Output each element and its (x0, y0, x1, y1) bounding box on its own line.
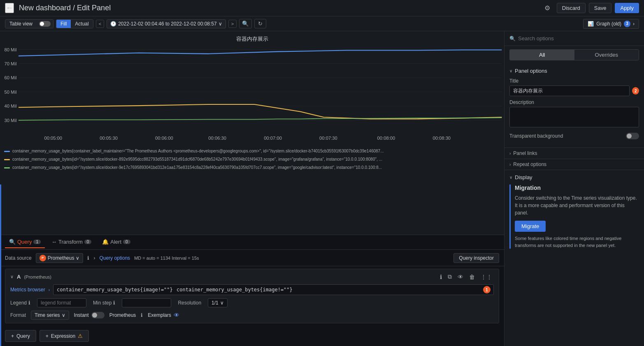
search-options-input[interactable] (518, 35, 639, 42)
query-copy-button[interactable]: ⧉ (446, 272, 453, 281)
graph-icon: 📊 (588, 21, 594, 27)
instant-toggle: Instant (74, 312, 105, 318)
add-expression-label: Expression (51, 333, 75, 339)
legend-text-1: container_memory_usage_bytes{container_l… (12, 148, 384, 155)
add-expression-button[interactable]: + Expression ⚠ (40, 330, 89, 342)
chevron-down-icon: ∨ (509, 69, 512, 73)
right-panel: 🔍 All Overrides ∨ Panel options Title 2 … (504, 31, 644, 346)
panel-options-section: ∨ Panel options Title 2 Description Tran… (505, 64, 644, 148)
alert-icon: 🔔 (102, 239, 109, 245)
datasource-info-icon[interactable]: ℹ (87, 255, 89, 261)
metrics-browser-link[interactable]: Metrics browser (10, 287, 45, 293)
svg-text:80 Mil: 80 Mil (5, 47, 17, 52)
time-prev-button[interactable]: < (96, 20, 104, 28)
table-view-button[interactable]: Table view (5, 20, 37, 28)
query-options-row: Legend ℹ Min step ℹ Resolution 1/1 ∨ (10, 298, 494, 307)
refresh-button[interactable]: ↻ (254, 19, 266, 28)
query-prom-source: (Prometheus) (24, 274, 51, 279)
tab-all[interactable]: All (510, 50, 574, 60)
chevron-down-icon: ∨ (220, 300, 224, 306)
chevron-right-icon: › (633, 21, 635, 27)
legend-color-1 (4, 151, 10, 152)
visualization-picker[interactable]: 📊 Graph (old) 3 › (583, 19, 639, 29)
query-builder-a: ∨ A (Prometheus) ℹ ⧉ 👁 🗑 ⋮⋮ Metrics brow… (5, 269, 499, 323)
repeat-options-row[interactable]: › Repeat options (505, 159, 644, 170)
svg-text:00:05:00: 00:05:00 (44, 136, 62, 141)
table-view-toggle[interactable]: Table view (5, 19, 53, 28)
query-actions: ℹ ⧉ 👁 🗑 ⋮⋮ (438, 272, 494, 281)
exemplars-eye-button[interactable]: 👁 (174, 312, 179, 318)
chevron-down-icon: ∨ (62, 312, 65, 318)
fill-actual-toggle[interactable]: Fill Actual (56, 19, 93, 28)
legend-label: Legend ℹ (10, 300, 30, 306)
panel-tab-switcher: All Overrides (509, 49, 639, 60)
transparent-bg-row: Transparent background (509, 133, 639, 139)
query-tabs: 🔍 Query 1 ↔ Transform 0 🔔 Alert 0 (0, 235, 504, 250)
fill-button[interactable]: Fill (56, 20, 71, 28)
format-select[interactable]: Time series ∨ (31, 311, 69, 320)
query-badge: 1 (33, 240, 41, 244)
datasource-name: Prometheus (48, 255, 74, 261)
tab-overrides[interactable]: Overrides (574, 50, 639, 60)
tab-alert-label: Alert (110, 239, 121, 245)
prometheus-info-icon[interactable]: ℹ (141, 312, 143, 318)
datasource-select[interactable]: P Prometheus ∨ (36, 253, 84, 263)
query-delete-button[interactable]: 🗑 (467, 272, 477, 281)
graph-type-label: Graph (old) (596, 21, 621, 27)
transparent-bg-toggle[interactable] (626, 133, 639, 139)
tab-transform[interactable]: ↔ Transform 0 (47, 236, 95, 248)
plus-icon: + (11, 333, 14, 339)
repeat-options-label: Repeat options (513, 161, 546, 167)
query-toggle-button[interactable]: 👁 (456, 272, 465, 281)
query-input[interactable] (53, 284, 494, 295)
legend-input[interactable] (37, 298, 86, 307)
migrate-button[interactable]: Migrate (515, 221, 546, 232)
instant-switch[interactable] (91, 312, 105, 318)
chevron-right-icon-2: › (509, 162, 511, 167)
apply-button[interactable]: Apply (615, 3, 639, 13)
chart-title: 容器内存展示 (0, 35, 504, 43)
back-button[interactable]: ← (5, 3, 14, 13)
tab-alert[interactable]: 🔔 Alert 0 (98, 236, 134, 248)
datasource-row: Data source P Prometheus ∨ ℹ › Query opt… (0, 250, 504, 266)
resolution-label: Resolution (178, 300, 201, 306)
time-next-button[interactable]: > (228, 20, 237, 28)
actual-button[interactable]: Actual (71, 20, 93, 28)
query-more-button[interactable]: ⋮⋮ (479, 272, 494, 281)
svg-text:40 Mil: 40 Mil (5, 104, 17, 109)
time-range-picker[interactable]: 🕐 2022-12-02 00:04:46 to 2022-12-02 00:0… (107, 19, 226, 28)
time-icon: 🕐 (110, 21, 116, 27)
description-textarea[interactable] (509, 107, 639, 127)
save-button[interactable]: Save (589, 3, 612, 13)
panel-links-row[interactable]: › Panel links (505, 148, 644, 159)
discard-button[interactable]: Discard (557, 3, 586, 13)
query-help-button[interactable]: ℹ (438, 272, 444, 281)
separator: › (93, 255, 95, 261)
query-builder-header: ∨ A (Prometheus) ℹ ⧉ 👁 🗑 ⋮⋮ (10, 272, 494, 281)
legend-info-icon[interactable]: ℹ (28, 300, 30, 306)
legend-text-3: container_memory_usage_bytes{id="/system… (12, 164, 382, 171)
title-input-wrapper: 2 (509, 85, 639, 96)
migration-note: Some features like colored time regions … (515, 235, 639, 249)
chart-query-area: 容器内存展示 80 Mil 70 Mil 60 Mil 50 Mil 40 Mi… (0, 31, 504, 346)
table-view-switch[interactable] (39, 21, 51, 27)
min-step-input[interactable] (122, 298, 171, 307)
tab-query-label: Query (17, 239, 32, 245)
datasource-label: Data source (5, 255, 32, 261)
settings-button[interactable]: ⚙ (541, 2, 553, 14)
tab-query[interactable]: 🔍 Query 1 (5, 236, 45, 248)
query-inspector-button[interactable]: Query inspector (453, 253, 499, 263)
query-options-button[interactable]: Query options (99, 255, 130, 261)
legend-color-2 (4, 159, 10, 160)
panel-options-header[interactable]: ∨ Panel options (509, 68, 639, 74)
min-step-info-icon[interactable]: ℹ (113, 300, 115, 306)
panel-title-input[interactable] (509, 85, 630, 96)
migration-description: Consider switching to the Time series vi… (515, 194, 639, 217)
resolution-select[interactable]: 1/1 ∨ (208, 298, 228, 307)
add-query-button[interactable]: + Query (5, 330, 36, 342)
add-query-row: + Query + Expression ⚠ (0, 326, 504, 346)
collapse-chevron[interactable]: ∨ (10, 274, 14, 279)
zoom-out-button[interactable]: 🔍 (239, 19, 252, 28)
display-header[interactable]: ∨ Display (509, 174, 639, 180)
migration-card: Migration Consider switching to the Time… (509, 185, 639, 249)
